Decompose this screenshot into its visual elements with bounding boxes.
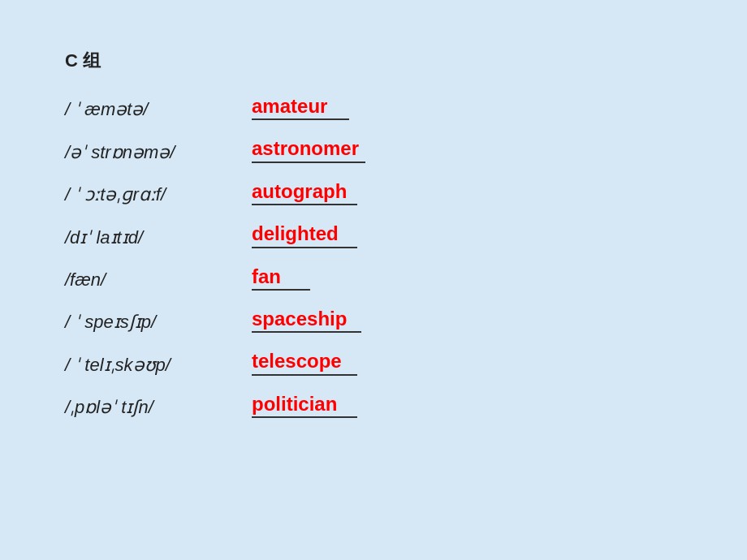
answer-container: astronomer [252,138,365,162]
main-container: C 组 / ˈ æmətə/amateur/əˈ strɒnəmə/astron… [0,0,747,485]
vocab-row: /ˌpɒləˈ tɪʃn/politician [65,394,682,418]
answer-container: delighted [252,223,357,248]
phonetic-text: / ˈ æmətə/ [65,99,244,120]
vocab-row: /əˈ strɒnəmə/astronomer [65,138,682,162]
answer-word: autograph [252,181,347,202]
answer-container: fan [252,266,310,291]
vocab-row: /fæn/fan [65,266,682,291]
answer-container: telescope [252,351,357,375]
answer-word: amateur [252,96,327,117]
answer-word: spaceship [252,308,347,330]
answer-container: amateur [252,96,349,120]
section-title: C 组 [65,49,682,73]
vocab-row: / ˈ æmətə/amateur [65,96,682,120]
vocab-row: /dɪˈ laɪtɪd/delighted [65,223,682,248]
answer-underline [252,289,310,291]
answer-container: politician [252,394,357,418]
phonetic-text: / ˈ speɪsʃɪp/ [65,312,244,333]
phonetic-text: /əˈ strɒnəmə/ [65,142,244,163]
answer-underline [252,247,357,248]
answer-word: politician [252,394,337,415]
answer-underline [252,162,365,163]
phonetic-text: /ˌpɒləˈ tɪʃn/ [65,397,244,418]
vocab-row: / ˈ speɪsʃɪp/spaceship [65,308,682,333]
answer-container: spaceship [252,308,361,333]
phonetic-text: /dɪˈ laɪtɪd/ [65,227,244,248]
vocab-row: / ˈ telɪˌskəʊp/telescope [65,351,682,375]
vocab-row: / ˈ ɔːtəˌɡrɑːf/autograph [65,181,682,205]
answer-word: fan [252,266,281,287]
answer-underline [252,118,349,120]
answer-word: telescope [252,351,342,372]
answer-underline [252,374,357,376]
phonetic-text: / ˈ telɪˌskəʊp/ [65,355,244,376]
vocab-list: / ˈ æmətə/amateur/əˈ strɒnəmə/astronomer… [65,96,682,418]
answer-underline [252,204,357,205]
answer-underline [252,416,357,418]
phonetic-text: / ˈ ɔːtəˌɡrɑːf/ [65,184,244,205]
answer-underline [252,331,361,333]
answer-word: astronomer [252,138,359,159]
answer-container: autograph [252,181,357,205]
answer-word: delighted [252,223,339,244]
phonetic-text: /fæn/ [65,269,244,291]
